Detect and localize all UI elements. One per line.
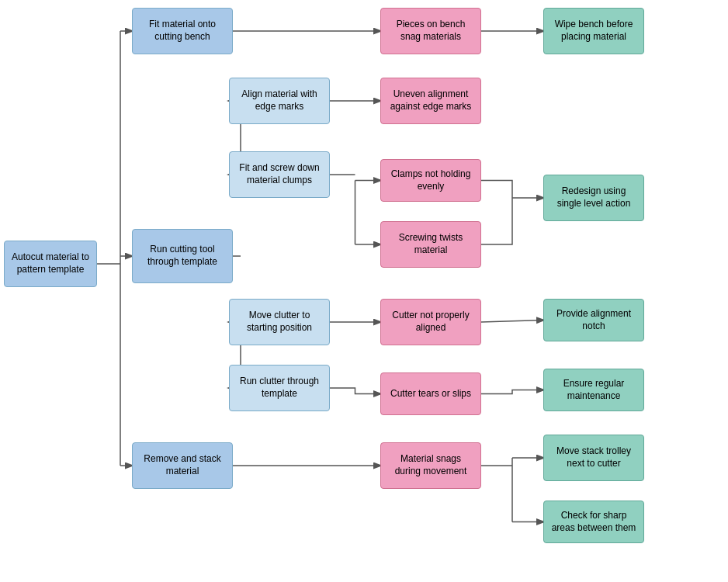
svg-line-21 — [481, 320, 543, 323]
node-n1: Fit material onto cutting bench — [132, 8, 233, 54]
node-n3: Fit and screw down material clumps — [229, 151, 330, 198]
node-p6: Cutter tears or slips — [380, 372, 481, 415]
node-p1: Pieces on bench snag materials — [380, 8, 481, 54]
node-p5: Cutter not properly aligned — [380, 299, 481, 345]
node-p3: Clamps not holding evenly — [380, 159, 481, 202]
node-n2: Align material with edge marks — [229, 78, 330, 124]
node-n4: Run cutting tool through template — [132, 229, 233, 283]
node-n6: Run clutter through template — [229, 365, 330, 411]
diagram: Autocut material to pattern templateFit … — [0, 0, 728, 582]
node-s4: Ensure regular maintenance — [543, 369, 644, 411]
node-s5: Move stack trolley next to cutter — [543, 435, 644, 481]
node-s2: Redesign using single level action — [543, 175, 644, 221]
node-p4: Screwing twists material — [380, 221, 481, 268]
node-s3: Provide alignment notch — [543, 299, 644, 341]
node-p2: Uneven alignment against edge marks — [380, 78, 481, 124]
node-n7: Remove and stack material — [132, 442, 233, 489]
node-n5: Move clutter to starting position — [229, 299, 330, 345]
node-s1: Wipe bench before placing material — [543, 8, 644, 54]
node-s6: Check for sharp areas between them — [543, 501, 644, 543]
node-p7: Material snags during movement — [380, 442, 481, 489]
node-root: Autocut material to pattern template — [4, 241, 97, 287]
